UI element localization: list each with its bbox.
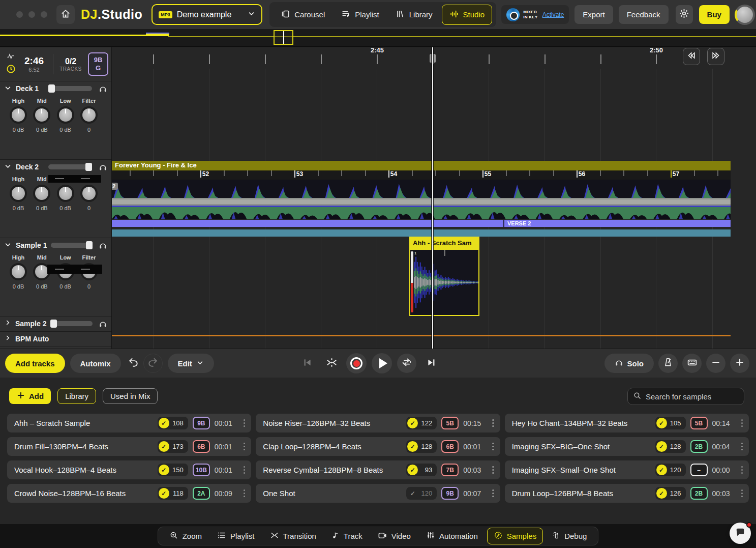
chevron-down-icon[interactable]: [4, 162, 12, 172]
project-selector[interactable]: MP3 Demo example: [152, 4, 262, 25]
sample-row[interactable]: Drum Fill–130BPM–4 Beats ✓ 173 6B 00:01: [7, 437, 251, 456]
search-input[interactable]: [646, 392, 732, 401]
play-button[interactable]: [372, 353, 392, 373]
sample-row[interactable]: Clap Loop–128BPM–4 Beats ✓ 128 6B 00:01: [256, 437, 500, 456]
sample-row[interactable]: Reverse Cymbal–128BPM–8 Beats ✓ 93 7B 00…: [256, 460, 500, 479]
key-indicator-badge[interactable]: 9BG: [88, 52, 108, 76]
check-icon[interactable]: ✓: [159, 488, 169, 499]
nav-tab[interactable]: Library: [388, 5, 440, 24]
redo-button[interactable]: [143, 354, 163, 373]
check-icon[interactable]: ✓: [407, 488, 418, 499]
dock-item[interactable]: Zoom: [163, 528, 208, 544]
kebab-menu-icon[interactable]: [240, 487, 249, 500]
headphone-cue-button[interactable]: [99, 320, 107, 328]
activate-link[interactable]: Activate: [542, 11, 564, 18]
solo-button[interactable]: Solo: [604, 354, 654, 373]
feedback-button[interactable]: Feedback: [619, 5, 669, 24]
settings-button[interactable]: [676, 5, 693, 24]
sample-search[interactable]: [627, 388, 744, 405]
mixed-in-key-widget[interactable]: MIXEDIN KEY Activate: [501, 5, 569, 24]
mid-knob[interactable]: [33, 185, 50, 202]
volume-slider[interactable]: [51, 243, 92, 248]
check-icon[interactable]: ✓: [656, 441, 667, 452]
song-section-bar[interactable]: VERSE 2: [112, 220, 731, 227]
metronome-button[interactable]: [658, 354, 678, 373]
chevron-right-icon[interactable]: [4, 334, 11, 343]
dock-item[interactable]: Samples: [487, 528, 543, 544]
headphone-cue-button[interactable]: [98, 84, 107, 93]
check-icon[interactable]: ✓: [656, 465, 667, 475]
sample-row[interactable]: Noise Riser–126BPM–32 Beats ✓ 122 5B 00:…: [256, 414, 500, 432]
split-button[interactable]: [322, 354, 341, 373]
kebab-menu-icon[interactable]: [738, 487, 746, 500]
check-icon[interactable]: ✓: [159, 441, 169, 452]
dock-item[interactable]: Track: [325, 529, 369, 543]
slider-handle[interactable]: [48, 84, 55, 93]
kebab-menu-icon[interactable]: [240, 464, 249, 476]
high-knob[interactable]: [10, 263, 27, 280]
record-button[interactable]: [346, 353, 367, 373]
zoom-out-button[interactable]: [706, 354, 725, 373]
check-icon[interactable]: ✓: [407, 441, 418, 452]
headphone-cue-button[interactable]: [98, 163, 107, 171]
volume-slider[interactable]: [48, 86, 92, 91]
playhead[interactable]: [431, 47, 434, 349]
check-icon[interactable]: ✓: [159, 418, 169, 428]
fast-forward-button[interactable]: [707, 48, 724, 65]
track-title-bar[interactable]: Forever Young - Fire & Ice: [112, 161, 731, 170]
check-icon[interactable]: ✓: [656, 418, 667, 428]
headphone-cue-button[interactable]: [99, 241, 107, 250]
buy-button[interactable]: Buy: [699, 5, 730, 24]
volume-slider[interactable]: [48, 164, 92, 169]
home-button[interactable]: [56, 5, 75, 24]
avatar[interactable]: [735, 5, 755, 25]
nav-tab[interactable]: Studio: [442, 5, 493, 25]
dock-item[interactable]: Automation: [420, 528, 484, 544]
kebab-menu-icon[interactable]: [240, 417, 249, 429]
kebab-menu-icon[interactable]: [738, 441, 746, 453]
filter-knob[interactable]: [80, 185, 98, 202]
clip-gain-handle[interactable]: [411, 251, 413, 312]
check-icon[interactable]: ✓: [407, 418, 418, 428]
sample-row[interactable]: Vocal Hook–128BPM–4 Beats ✓ 150 10B 00:0…: [7, 460, 251, 479]
library-filter-button[interactable]: Library: [57, 388, 96, 404]
dock-item[interactable]: Transition: [264, 528, 322, 544]
low-knob[interactable]: [57, 185, 74, 202]
automix-button[interactable]: Automix: [70, 354, 121, 373]
used-in-mix-filter-button[interactable]: Used in Mix: [103, 388, 158, 404]
sample-row[interactable]: Ahh – Scratch Sample ✓ 108 9B 00:01: [7, 414, 251, 432]
sample-clip[interactable]: Ahh - Scratch Sam 1: [409, 237, 479, 316]
skip-to-start-button[interactable]: [297, 354, 317, 373]
nav-tab[interactable]: Carousel: [274, 5, 332, 24]
check-icon[interactable]: ✓: [159, 465, 169, 475]
edit-menu-button[interactable]: Edit: [168, 354, 214, 373]
chevron-right-icon[interactable]: [4, 319, 11, 328]
add-sample-button[interactable]: Add: [9, 388, 51, 404]
sample-row[interactable]: Imaging SFX–Small–One Shot ✓ 120 – 00:00: [505, 460, 749, 479]
sample-row[interactable]: Imaging SFX–BIG–One Shot ✓ 128 2B 00:04: [505, 437, 749, 456]
minimap-viewport-handle[interactable]: [274, 30, 293, 45]
sample-row[interactable]: Drum Loop–126BPM–8 Beats ✓ 126 2B 00:03: [505, 484, 749, 503]
check-icon[interactable]: ✓: [407, 465, 418, 475]
chevron-down-icon[interactable]: [4, 241, 12, 250]
skip-to-end-button[interactable]: [421, 354, 441, 373]
clock-icon[interactable]: [6, 64, 16, 76]
export-button[interactable]: Export: [574, 5, 613, 24]
chevron-down-icon[interactable]: [4, 84, 12, 94]
kebab-menu-icon[interactable]: [489, 441, 497, 453]
filter-knob[interactable]: [80, 106, 98, 124]
rewind-button[interactable]: [683, 48, 700, 65]
sample-clip-title[interactable]: Ahh - Scratch Sam: [410, 238, 478, 250]
slider-handle[interactable]: [50, 320, 57, 328]
window-controls[interactable]: [16, 11, 47, 18]
sample-row[interactable]: Hey Ho Chant–134BPM–32 Beats ✓ 105 5B 00…: [505, 414, 749, 432]
low-knob[interactable]: [57, 106, 74, 124]
kebab-menu-icon[interactable]: [738, 417, 746, 429]
volume-slider[interactable]: [50, 321, 92, 326]
high-knob[interactable]: [10, 185, 27, 202]
track-waveform[interactable]: 2: [112, 180, 731, 219]
dock-item[interactable]: Playlist: [211, 528, 261, 544]
nav-tab[interactable]: Playlist: [334, 5, 386, 24]
add-tracks-button[interactable]: Add tracks: [5, 354, 65, 373]
dock-item[interactable]: Debug: [546, 529, 593, 543]
